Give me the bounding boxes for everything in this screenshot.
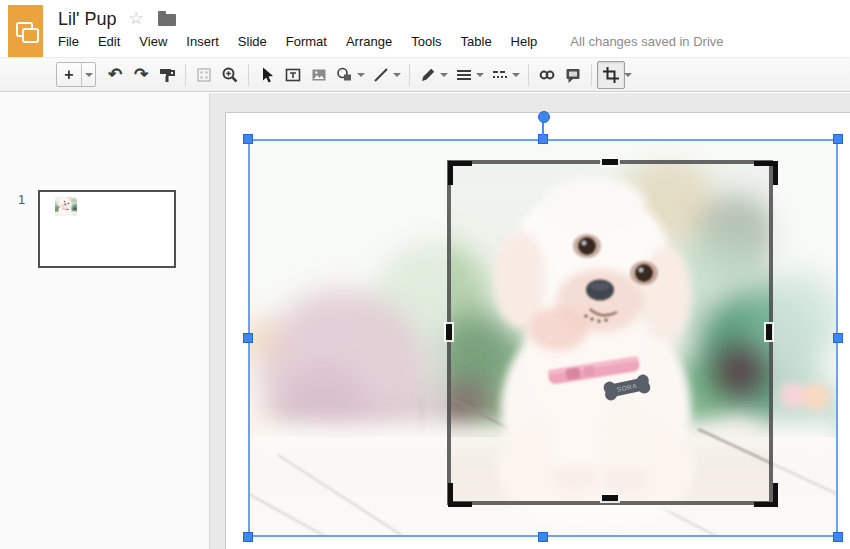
filmstrip-panel: 1 bbox=[0, 93, 210, 549]
crop-handle-bottom-right[interactable] bbox=[754, 483, 778, 507]
rotation-handle[interactable] bbox=[538, 111, 550, 123]
resize-handle-bottom[interactable] bbox=[538, 532, 548, 542]
line-dash-dropdown-caret[interactable] bbox=[512, 73, 520, 77]
resize-handle-right[interactable] bbox=[833, 333, 843, 343]
menu-item-insert[interactable]: Insert bbox=[186, 34, 219, 49]
crop-handle-bottom-left[interactable] bbox=[448, 483, 472, 507]
resize-handle-top-left[interactable] bbox=[243, 134, 253, 144]
pencil-icon bbox=[419, 66, 437, 84]
crop-handle-bottom[interactable] bbox=[602, 495, 618, 501]
slide-number: 1 bbox=[18, 192, 25, 207]
redo-button[interactable]: ↷ bbox=[128, 62, 154, 88]
thumbnail-image bbox=[55, 197, 77, 216]
resize-handle-bottom-right[interactable] bbox=[833, 532, 843, 542]
zoom-in-icon bbox=[221, 66, 239, 84]
line-tool-group bbox=[368, 62, 404, 88]
crop-frame[interactable] bbox=[447, 160, 773, 505]
line-weight-group bbox=[451, 62, 487, 88]
slide-thumbnail-1[interactable] bbox=[38, 190, 176, 268]
shape-icon bbox=[336, 66, 354, 84]
resize-handle-left[interactable] bbox=[243, 333, 253, 343]
menu-item-arrange[interactable]: Arrange bbox=[346, 34, 392, 49]
resize-handle-top[interactable] bbox=[538, 134, 548, 144]
menu-item-table[interactable]: Table bbox=[461, 34, 492, 49]
zoom-fit-button[interactable] bbox=[191, 62, 217, 88]
new-slide-button[interactable]: + bbox=[56, 62, 96, 87]
insert-comment-button[interactable] bbox=[560, 62, 586, 88]
menu-item-format[interactable]: Format bbox=[286, 34, 327, 49]
resize-handle-top-right[interactable] bbox=[833, 134, 843, 144]
resize-handle-bottom-left[interactable] bbox=[243, 532, 253, 542]
toolbar-separator bbox=[248, 64, 249, 86]
star-icon[interactable]: ☆ bbox=[128, 10, 143, 28]
logo-front-square bbox=[22, 28, 39, 43]
crop-handle-right[interactable] bbox=[766, 324, 772, 340]
save-status[interactable]: All changes saved in Drive bbox=[570, 34, 723, 49]
crop-tool-group bbox=[597, 61, 635, 89]
text-box-button[interactable] bbox=[280, 62, 306, 88]
doc-title[interactable]: Lil' Pup bbox=[58, 9, 116, 30]
line-button[interactable] bbox=[368, 62, 394, 88]
image-icon bbox=[310, 66, 328, 84]
toolbar-separator bbox=[185, 64, 186, 86]
crop-handle-top-left[interactable] bbox=[448, 161, 472, 185]
cursor-icon bbox=[258, 66, 276, 84]
menu-item-edit[interactable]: Edit bbox=[98, 34, 120, 49]
line-weight-dropdown-caret[interactable] bbox=[476, 73, 484, 77]
header: Lil' Pup ☆ File Edit View Insert Slide F… bbox=[0, 0, 850, 57]
toolbar-separator bbox=[528, 64, 529, 86]
menu-item-file[interactable]: File bbox=[58, 34, 79, 49]
folder-icon[interactable] bbox=[158, 14, 176, 26]
crop-dropdown-caret[interactable] bbox=[624, 73, 632, 77]
paint-format-button[interactable] bbox=[154, 62, 180, 88]
crop-handle-left[interactable] bbox=[446, 324, 452, 340]
plus-icon[interactable]: + bbox=[57, 63, 81, 86]
menu-item-tools[interactable]: Tools bbox=[411, 34, 441, 49]
line-icon bbox=[372, 66, 390, 84]
line-color-dropdown-caret[interactable] bbox=[440, 73, 448, 77]
toolbar-separator bbox=[591, 64, 592, 86]
line-color-button[interactable] bbox=[415, 62, 441, 88]
toolbar-separator bbox=[409, 64, 410, 86]
image-crop-editor bbox=[248, 139, 838, 537]
line-weight-button[interactable] bbox=[451, 62, 477, 88]
line-weight-icon bbox=[455, 66, 473, 84]
undo-button[interactable]: ↶ bbox=[102, 62, 128, 88]
new-slide-dropdown[interactable] bbox=[81, 63, 95, 86]
shape-dropdown-caret[interactable] bbox=[357, 73, 365, 77]
menu-item-view[interactable]: View bbox=[139, 34, 167, 49]
paint-roller-icon bbox=[158, 66, 176, 84]
link-icon bbox=[538, 66, 556, 84]
shape-tool-group bbox=[332, 62, 368, 88]
insert-image-button[interactable] bbox=[306, 62, 332, 88]
crop-button[interactable] bbox=[597, 61, 625, 89]
google-slides-logo[interactable] bbox=[8, 5, 43, 57]
toolbar: + ↶ ↷ bbox=[0, 57, 850, 92]
line-dash-group bbox=[487, 62, 523, 88]
redo-icon: ↷ bbox=[134, 66, 148, 83]
line-dash-button[interactable] bbox=[487, 62, 513, 88]
line-dash-icon bbox=[491, 66, 509, 84]
crop-handle-top[interactable] bbox=[602, 159, 618, 165]
comment-icon bbox=[564, 66, 582, 84]
zoom-fit-icon bbox=[195, 66, 213, 84]
text-box-icon bbox=[284, 66, 302, 84]
crop-icon bbox=[602, 66, 620, 84]
insert-link-button[interactable] bbox=[534, 62, 560, 88]
select-tool-button[interactable] bbox=[254, 62, 280, 88]
menu-item-help[interactable]: Help bbox=[511, 34, 538, 49]
zoom-button[interactable] bbox=[217, 62, 243, 88]
shape-button[interactable] bbox=[332, 62, 358, 88]
line-dropdown-caret[interactable] bbox=[393, 73, 401, 77]
crop-handle-top-right[interactable] bbox=[754, 161, 778, 185]
undo-icon: ↶ bbox=[108, 66, 122, 83]
chevron-down-icon bbox=[85, 73, 93, 77]
line-color-group bbox=[415, 62, 451, 88]
menu-item-slide[interactable]: Slide bbox=[238, 34, 267, 49]
menubar: File Edit View Insert Slide Format Arran… bbox=[58, 34, 724, 49]
